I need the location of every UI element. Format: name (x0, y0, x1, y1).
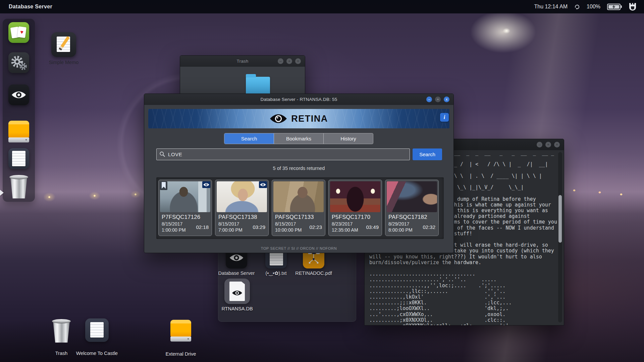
dock-item-notes[interactable] (8, 148, 29, 169)
record-card[interactable]: P5FSQC17170 8/23/2017 12:35:00 AM 03:49 (328, 180, 382, 236)
record-id: P5FSQC17170 (332, 214, 370, 220)
battery-percent: 100% (587, 4, 600, 10)
desktop-icon-simple-memo[interactable]: Simple Memo (51, 32, 76, 57)
classification-banner: TOP SECRET // SI // ORCON // NOFORN (144, 246, 453, 250)
minimize-button[interactable]: – (537, 142, 542, 147)
window-title: Trash (236, 59, 248, 64)
record-duration: 03:29 (253, 224, 265, 230)
paper-icon (12, 151, 25, 166)
record-id: P7FSQC17126 (162, 214, 200, 220)
tab-search[interactable]: Search (224, 133, 274, 144)
trash-window-titlebar[interactable]: Trash – + × (180, 56, 305, 67)
dock-item-trash[interactable] (10, 175, 28, 199)
record-date: 8/15/2017 (162, 221, 182, 227)
search-input[interactable] (156, 148, 410, 160)
bookmark-icon (160, 181, 167, 190)
database-server-window: Database Server - RTNANSA.DB: 55 – + x R… (144, 94, 454, 253)
record-card[interactable]: P7FSQC17126 8/15/2017 1:00:00 PM 02:18 (158, 180, 212, 236)
record-time: 12:35:00 AM (332, 227, 358, 233)
desktop-wallpaper: ♥ (0, 0, 644, 362)
icon-label: RETINADOC.pdf (292, 270, 335, 276)
dock-item-retina[interactable] (8, 84, 29, 105)
record-id: PAFSQC17182 (388, 214, 427, 220)
record-time: 1:00:00 PM (162, 227, 186, 233)
record-card[interactable]: PAFSQC17133 8/15/2017 10:00:00 PM 02:23 (272, 180, 325, 236)
battery-charging-icon[interactable] (607, 4, 622, 10)
dock-item-solitaire[interactable]: ♥ (8, 22, 29, 43)
document-icon (229, 282, 245, 301)
heart-card-icon: ♥ (17, 26, 26, 38)
menubar-clock[interactable]: Thu 12:14 AM (534, 4, 568, 10)
desktop-icon-trash[interactable]: Trash (52, 319, 70, 343)
record-thumbnail[interactable] (273, 181, 324, 212)
maximize-button[interactable]: + (286, 58, 292, 64)
scrollbar-thumb[interactable] (558, 195, 562, 243)
record-time: 8:00:00 PM (388, 227, 413, 233)
tab-bookmarks[interactable]: Bookmarks (274, 133, 324, 144)
window-title: Database Server - RTNANSA.DB: 55 (261, 97, 337, 102)
scrollbar-track[interactable] (558, 152, 562, 322)
record-thumbnail[interactable] (330, 181, 380, 212)
record-id: PAFSQC17133 (275, 214, 314, 220)
record-id: PAFSQC17138 (218, 214, 257, 220)
record-duration: 03:49 (366, 224, 379, 230)
retina-banner: RETINA (148, 109, 449, 128)
dock: ♥ (3, 19, 35, 202)
menubar-app-title[interactable]: Database Server (9, 4, 52, 10)
drive-band (8, 137, 29, 142)
record-date: 8/29/2017 (388, 221, 409, 227)
minimize-button[interactable]: – (278, 58, 283, 64)
record-date: 8/23/2017 (332, 221, 353, 227)
retina-eye-logo (270, 113, 287, 124)
record-duration: 02:32 (423, 224, 435, 230)
trash-cup-rim (9, 175, 28, 179)
close-button[interactable]: × (295, 58, 301, 64)
brand-name: RETINA (291, 114, 328, 124)
sync-icon[interactable] (574, 4, 580, 10)
record-duration: 02:23 (309, 224, 322, 230)
maximize-button[interactable]: + (545, 142, 551, 147)
icon-label: External Drive (157, 351, 204, 357)
dock-expand-arrow[interactable] (0, 190, 4, 196)
desktop-icon-external-drive[interactable]: External Drive (170, 320, 191, 342)
search-button[interactable]: Search (413, 148, 442, 160)
castle-shield-logo[interactable] (629, 2, 637, 11)
icon-label: Database Server (215, 270, 258, 276)
close-button[interactable]: x (444, 97, 449, 102)
paper-icon (90, 322, 104, 338)
record-card[interactable]: PAFSQC17182 8/29/2017 8:00:00 PM 02:32 (385, 180, 439, 236)
record-card[interactable]: PAFSQC17138 8/15/2017 7:00:00 PM 03:29 (215, 180, 269, 236)
records-panel: P7FSQC17126 8/15/2017 1:00:00 PM 02:18 P… (156, 177, 444, 239)
db-window-titlebar[interactable]: Database Server - RTNANSA.DB: 55 – + x (144, 94, 453, 105)
viewed-eye-icon (259, 181, 267, 188)
record-thumbnail[interactable] (387, 181, 437, 212)
record-time: 10:00:00 PM (275, 227, 302, 233)
tab-history[interactable]: History (324, 133, 373, 144)
menu-bar: Database Server Thu 12:14 AM 100% (0, 0, 644, 13)
drive-body (8, 121, 29, 137)
info-button[interactable]: i (440, 113, 449, 122)
desktop-icon-rtnansa-db[interactable] (224, 279, 250, 304)
close-button[interactable]: × (554, 142, 560, 147)
eye-icon (11, 84, 27, 105)
dock-item-external-drive[interactable] (8, 121, 29, 143)
icon-label: Welcome To Castle (73, 351, 120, 356)
record-date: 8/15/2017 (275, 221, 296, 227)
eye-icon (231, 290, 243, 296)
record-date: 8/15/2017 (218, 221, 239, 227)
icon-label: Simple Memo (40, 60, 87, 65)
trash-cup-icon (10, 177, 28, 198)
folder-icon[interactable] (246, 77, 270, 95)
gears-icon (8, 52, 29, 73)
record-time: 7:00:00 PM (218, 227, 243, 233)
results-summary: 5 of 35 records returned (144, 166, 453, 171)
maximize-button[interactable]: + (435, 97, 441, 102)
tab-bar: Search Bookmarks History (224, 133, 373, 144)
icon-label: RTNANSA.DB (215, 306, 259, 311)
dock-item-settings[interactable] (8, 52, 29, 73)
icon-label: (•‿•✿).txt (254, 270, 298, 276)
desktop-icon-welcome-to-castle[interactable]: Welcome To Castle (85, 318, 109, 342)
viewed-eye-icon (202, 181, 210, 188)
minimize-button[interactable]: – (426, 97, 432, 102)
record-duration: 02:18 (196, 224, 209, 230)
